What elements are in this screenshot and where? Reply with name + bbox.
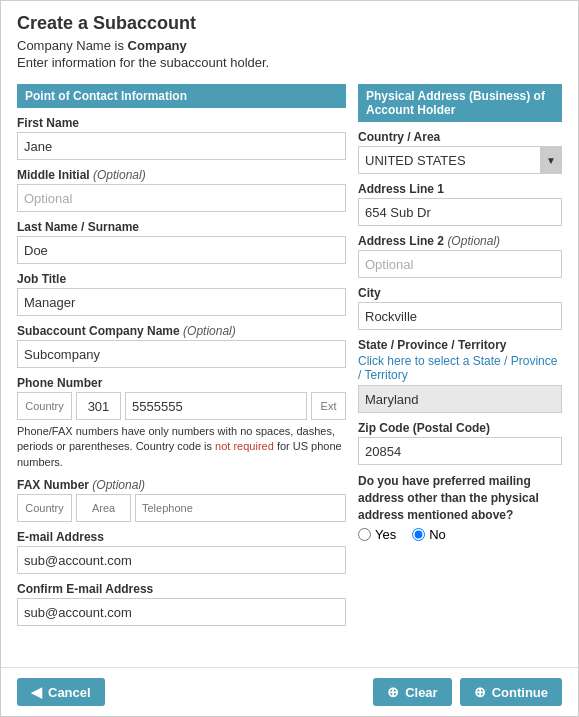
address2-group: Address Line 2 (Optional) bbox=[358, 234, 562, 278]
confirm-email-group: Confirm E-mail Address bbox=[17, 582, 346, 626]
last-name-input[interactable] bbox=[17, 236, 346, 264]
radio-no-input[interactable] bbox=[412, 528, 425, 541]
phone-note: Phone/FAX numbers have only numbers with… bbox=[17, 424, 346, 470]
phone-number-input[interactable] bbox=[125, 392, 307, 420]
phone-area-input[interactable] bbox=[76, 392, 121, 420]
subaccount-company-input[interactable] bbox=[17, 340, 346, 368]
right-column: Physical Address (Business) of Account H… bbox=[358, 84, 562, 634]
phone-country-input[interactable] bbox=[17, 392, 72, 420]
fax-row bbox=[17, 494, 346, 522]
phone-ext-input[interactable] bbox=[311, 392, 346, 420]
subaccount-company-label: Subaccount Company Name (Optional) bbox=[17, 324, 346, 338]
state-label: State / Province / Territory bbox=[358, 338, 562, 352]
footer: ◀ Cancel ⊕ Clear ⊕ Continue bbox=[1, 667, 578, 716]
radio-yes-label: Yes bbox=[375, 527, 396, 542]
first-name-group: First Name bbox=[17, 116, 346, 160]
company-name: Company bbox=[128, 38, 187, 53]
country-select-wrapper: UNITED STATES ▼ bbox=[358, 146, 562, 174]
left-section-header: Point of Contact Information bbox=[17, 84, 346, 108]
cancel-icon: ◀ bbox=[31, 684, 42, 700]
company-line: Company Name is Company bbox=[17, 38, 562, 53]
address1-input[interactable] bbox=[358, 198, 562, 226]
cancel-label: Cancel bbox=[48, 685, 91, 700]
address2-input[interactable] bbox=[358, 250, 562, 278]
radio-no-option[interactable]: No bbox=[412, 527, 446, 542]
email-input[interactable] bbox=[17, 546, 346, 574]
radio-yes-input[interactable] bbox=[358, 528, 371, 541]
email-label: E-mail Address bbox=[17, 530, 346, 544]
mailing-address-group: Do you have preferred mailing address ot… bbox=[358, 473, 562, 542]
country-label: Country / Area bbox=[358, 130, 562, 144]
right-buttons: ⊕ Clear ⊕ Continue bbox=[373, 678, 562, 706]
first-name-label: First Name bbox=[17, 116, 346, 130]
job-title-input[interactable] bbox=[17, 288, 346, 316]
city-input[interactable] bbox=[358, 302, 562, 330]
state-group: State / Province / Territory Click here … bbox=[358, 338, 562, 413]
subtitle: Enter information for the subaccount hol… bbox=[17, 55, 562, 70]
page-header: Create a Subaccount Company Name is Comp… bbox=[1, 1, 578, 84]
address2-label: Address Line 2 (Optional) bbox=[358, 234, 562, 248]
clear-label: Clear bbox=[405, 685, 438, 700]
state-select-link[interactable]: Click here to select a State / Province … bbox=[358, 354, 562, 382]
fax-tel-input[interactable] bbox=[135, 494, 346, 522]
clear-button[interactable]: ⊕ Clear bbox=[373, 678, 452, 706]
last-name-group: Last Name / Surname bbox=[17, 220, 346, 264]
page-title: Create a Subaccount bbox=[17, 13, 562, 34]
email-group: E-mail Address bbox=[17, 530, 346, 574]
zip-label: Zip Code (Postal Code) bbox=[358, 421, 562, 435]
city-group: City bbox=[358, 286, 562, 330]
continue-button[interactable]: ⊕ Continue bbox=[460, 678, 562, 706]
zip-input[interactable] bbox=[358, 437, 562, 465]
middle-initial-label: Middle Initial (Optional) bbox=[17, 168, 346, 182]
create-subaccount-window: Create a Subaccount Company Name is Comp… bbox=[0, 0, 579, 717]
cancel-button[interactable]: ◀ Cancel bbox=[17, 678, 105, 706]
city-label: City bbox=[358, 286, 562, 300]
company-line-prefix: Company Name is bbox=[17, 38, 128, 53]
address1-label: Address Line 1 bbox=[358, 182, 562, 196]
phone-group: Phone Number Phone/FAX numbers have only… bbox=[17, 376, 346, 470]
fax-group: FAX Number (Optional) bbox=[17, 478, 346, 522]
radio-no-label: No bbox=[429, 527, 446, 542]
fax-country-input[interactable] bbox=[17, 494, 72, 522]
phone-row bbox=[17, 392, 346, 420]
middle-initial-group: Middle Initial (Optional) bbox=[17, 168, 346, 212]
clear-icon: ⊕ bbox=[387, 684, 399, 700]
right-section-header: Physical Address (Business) of Account H… bbox=[358, 84, 562, 122]
phone-label: Phone Number bbox=[17, 376, 346, 390]
radio-options: Yes No bbox=[358, 527, 562, 542]
job-title-group: Job Title bbox=[17, 272, 346, 316]
confirm-email-input[interactable] bbox=[17, 598, 346, 626]
left-column: Point of Contact Information First Name … bbox=[17, 84, 346, 634]
country-group: Country / Area UNITED STATES ▼ bbox=[358, 130, 562, 174]
first-name-input[interactable] bbox=[17, 132, 346, 160]
state-input[interactable] bbox=[358, 385, 562, 413]
mailing-address-label: Do you have preferred mailing address ot… bbox=[358, 473, 562, 523]
columns: Point of Contact Information First Name … bbox=[17, 84, 562, 634]
last-name-label: Last Name / Surname bbox=[17, 220, 346, 234]
continue-label: Continue bbox=[492, 685, 548, 700]
fax-area-input[interactable] bbox=[76, 494, 131, 522]
country-select[interactable]: UNITED STATES bbox=[358, 146, 562, 174]
form-body: Point of Contact Information First Name … bbox=[1, 84, 578, 667]
continue-icon: ⊕ bbox=[474, 684, 486, 700]
subaccount-company-group: Subaccount Company Name (Optional) bbox=[17, 324, 346, 368]
middle-initial-input[interactable] bbox=[17, 184, 346, 212]
fax-label: FAX Number (Optional) bbox=[17, 478, 346, 492]
address1-group: Address Line 1 bbox=[358, 182, 562, 226]
confirm-email-label: Confirm E-mail Address bbox=[17, 582, 346, 596]
zip-group: Zip Code (Postal Code) bbox=[358, 421, 562, 465]
radio-yes-option[interactable]: Yes bbox=[358, 527, 396, 542]
job-title-label: Job Title bbox=[17, 272, 346, 286]
